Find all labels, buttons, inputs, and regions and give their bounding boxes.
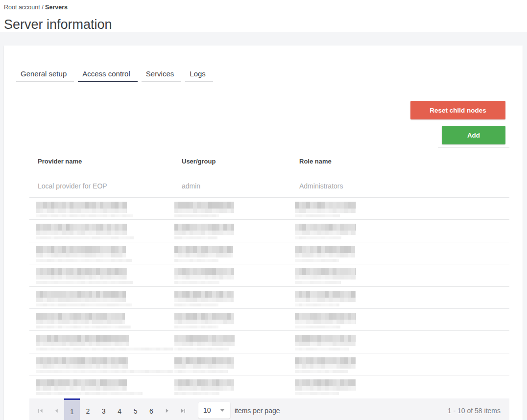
table-row[interactable] xyxy=(29,309,509,331)
provider-name-cell xyxy=(29,264,173,284)
redacted-text xyxy=(174,268,291,284)
provider-name-cell xyxy=(29,375,173,395)
redacted-text xyxy=(295,313,509,328)
redacted-text xyxy=(174,246,291,262)
column-header-role-name[interactable]: Role name xyxy=(291,158,509,165)
prev-page-icon xyxy=(53,407,60,414)
prev-page-button[interactable] xyxy=(48,398,64,420)
breadcrumb-current-servers: Servers xyxy=(45,4,68,11)
content-card: General setupAccess controlServicesLogs … xyxy=(4,46,523,420)
user-group-cell xyxy=(173,198,291,217)
redacted-text xyxy=(295,357,509,373)
role-name-cell xyxy=(291,198,509,217)
grid-pager: 123456 10 items per page 1 - 10 of 58 it… xyxy=(29,398,509,420)
redacted-text xyxy=(174,202,291,217)
table-row[interactable] xyxy=(29,242,509,264)
page-button-4[interactable]: 4 xyxy=(112,398,127,420)
table-row[interactable] xyxy=(29,331,509,353)
page-button-1[interactable]: 1 xyxy=(64,398,80,420)
table-row[interactable] xyxy=(29,198,509,220)
table-row[interactable]: Local provider for EOPadminAdministrator… xyxy=(29,174,509,198)
column-header-user-group[interactable]: User/group xyxy=(173,158,291,165)
grid-body: Local provider for EOPadminAdministrator… xyxy=(29,174,509,398)
page-size-dropdown[interactable]: 10 xyxy=(198,402,230,419)
redacted-text xyxy=(36,268,173,284)
page-size-value: 10 xyxy=(198,406,211,414)
grid-header-row: Provider nameUser/groupRole name xyxy=(29,148,509,174)
provider-name-cell xyxy=(29,220,173,239)
page-title: Server information xyxy=(4,16,112,33)
breadcrumb: Root account / Servers xyxy=(4,4,68,11)
redacted-text xyxy=(295,291,509,306)
role-name-cell: Administrators xyxy=(291,182,509,190)
role-name-cell xyxy=(291,309,509,328)
table-row[interactable] xyxy=(29,264,509,286)
next-page-button[interactable] xyxy=(159,398,175,420)
redacted-text xyxy=(36,291,173,306)
tab-logs[interactable]: Logs xyxy=(185,66,213,82)
user-group-cell xyxy=(173,375,291,395)
redacted-text xyxy=(36,202,173,217)
redacted-text xyxy=(295,202,509,217)
tab-general-setup[interactable]: General setup xyxy=(16,66,74,82)
user-group-cell xyxy=(173,309,291,328)
user-group-cell xyxy=(173,331,291,350)
redacted-text xyxy=(36,379,173,395)
provider-name-cell: Local provider for EOP xyxy=(29,182,173,190)
redacted-text xyxy=(295,268,509,284)
redacted-text xyxy=(36,246,173,262)
redacted-text xyxy=(174,357,291,373)
role-name-cell xyxy=(291,353,509,373)
user-group-cell xyxy=(173,264,291,284)
tab-access-control[interactable]: Access control xyxy=(78,66,138,82)
table-row[interactable] xyxy=(29,375,509,397)
pager-pages: 123456 xyxy=(64,398,159,420)
redacted-text xyxy=(36,357,173,373)
first-page-button[interactable] xyxy=(32,398,48,420)
role-name-cell xyxy=(291,242,509,262)
redacted-text xyxy=(36,224,173,239)
add-button-separator xyxy=(438,147,509,148)
add-button[interactable]: Add xyxy=(442,126,505,144)
column-header-provider-name[interactable]: Provider name xyxy=(29,158,173,165)
redacted-text xyxy=(174,224,291,239)
table-row[interactable] xyxy=(29,287,509,309)
redacted-text xyxy=(295,224,509,239)
provider-name-cell xyxy=(29,242,173,262)
page-button-3[interactable]: 3 xyxy=(96,398,112,420)
role-name-cell xyxy=(291,331,509,350)
breadcrumb-root-account[interactable]: Root account xyxy=(4,4,40,11)
pager-range-info: 1 - 10 of 58 items xyxy=(448,407,501,415)
provider-name-cell xyxy=(29,353,173,373)
next-page-icon xyxy=(164,407,170,414)
redacted-text xyxy=(174,379,291,395)
user-group-cell: admin xyxy=(173,182,291,190)
tab-strip: General setupAccess controlServicesLogs xyxy=(16,66,217,82)
redacted-text xyxy=(174,291,291,306)
user-group-cell xyxy=(173,242,291,262)
first-page-icon xyxy=(37,407,44,414)
redacted-text xyxy=(36,313,173,328)
breadcrumb-separator: / xyxy=(40,4,45,11)
last-page-button[interactable] xyxy=(175,398,191,420)
page-header-band: Root account / Servers Server informatio… xyxy=(0,0,527,32)
user-group-cell xyxy=(173,287,291,306)
role-name-cell xyxy=(291,264,509,284)
table-row[interactable] xyxy=(29,220,509,242)
page-button-2[interactable]: 2 xyxy=(80,398,96,420)
provider-name-cell xyxy=(29,331,173,350)
redacted-text xyxy=(174,313,291,328)
redacted-text xyxy=(295,379,509,395)
user-group-cell xyxy=(173,220,291,239)
tab-services[interactable]: Services xyxy=(142,66,182,82)
last-page-icon xyxy=(180,407,187,414)
page-button-6[interactable]: 6 xyxy=(144,398,159,420)
access-control-grid: Provider nameUser/groupRole name Local p… xyxy=(29,148,509,398)
table-row[interactable] xyxy=(29,353,509,375)
page-button-5[interactable]: 5 xyxy=(127,398,143,420)
redacted-text xyxy=(36,335,173,350)
items-per-page-label: items per page xyxy=(235,407,280,415)
user-group-cell xyxy=(173,353,291,373)
provider-name-cell xyxy=(29,198,173,217)
reset-child-nodes-button[interactable]: Reset child nodes xyxy=(410,101,505,119)
